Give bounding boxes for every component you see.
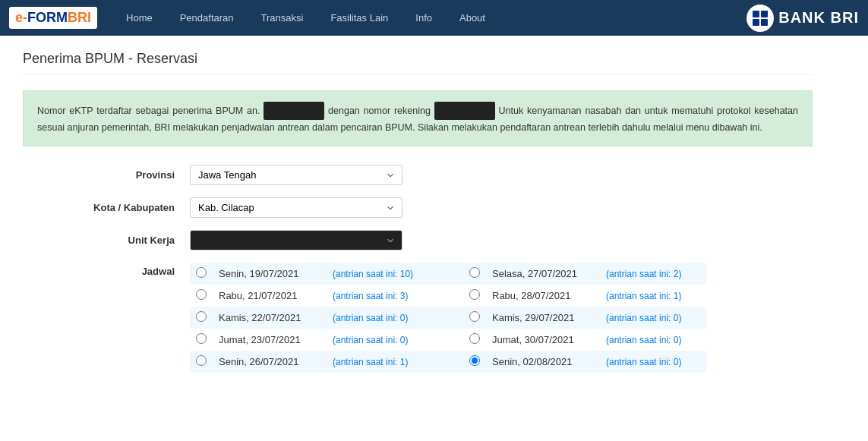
jadwal-date-right-0: Selasa, 27/07/2021 [486, 263, 600, 285]
info-text-middle: dengan nomor rekening [328, 106, 431, 116]
jadwal-queue-left-1: (antrian saat ini: 3) [327, 285, 448, 307]
form-section: Provinsi Jawa Tengah Kota / Kabupaten Ka… [23, 165, 813, 373]
jadwal-radio-right-0[interactable] [469, 267, 480, 278]
navbar: e-FORMBRI Home Pendaftaran Transaksi Fas… [0, 0, 868, 36]
jadwal-row: Jadwal Senin, 19/07/2021(antrian saat in… [38, 263, 797, 373]
nav-info[interactable]: Info [402, 0, 446, 36]
kota-select[interactable]: Kab. Cilacap [190, 197, 402, 218]
jadwal-date-right-2: Kamis, 29/07/2021 [486, 307, 600, 329]
nav-transaksi[interactable]: Transaksi [248, 0, 317, 36]
jadwal-queue-right-1: (antrian saat ini: 1) [600, 285, 706, 307]
page-title: Penerima BPUM - Reservasi [23, 51, 813, 75]
jadwal-radio-right-3[interactable] [469, 333, 480, 344]
bank-logo-area: BANK BRI [746, 5, 859, 32]
main-content: Penerima BPUM - Reservasi Nomor eKTP ter… [0, 36, 835, 388]
jadwal-radio-right-1[interactable] [469, 289, 480, 300]
jadwal-date-left-2: Kamis, 22/07/2021 [213, 307, 327, 329]
svg-rect-2 [753, 19, 759, 26]
nav-fasilitas[interactable]: Fasilitas Lain [317, 0, 402, 36]
jadwal-queue-right-4: (antrian saat ini: 0) [600, 351, 706, 373]
redacted-account [434, 102, 495, 120]
jadwal-date-left-4: Senin, 26/07/2021 [213, 351, 327, 373]
nav-home[interactable]: Home [112, 0, 166, 36]
jadwal-radio-left-3[interactable] [196, 333, 207, 344]
jadwal-date-right-3: Jumat, 30/07/2021 [486, 329, 600, 351]
jadwal-radio-left-2[interactable] [196, 311, 207, 322]
info-box: Nomor eKTP terdaftar sebagai penerima BP… [23, 90, 813, 146]
jadwal-date-left-1: Rabu, 21/07/2021 [213, 285, 327, 307]
provinsi-select[interactable]: Jawa Tengah [190, 165, 402, 185]
bri-icon [746, 5, 774, 32]
provinsi-label: Provinsi [38, 169, 190, 181]
jadwal-queue-left-4: (antrian saat ini: 1) [327, 351, 448, 373]
unit-kerja-select[interactable]: ██████████ [190, 230, 402, 250]
jadwal-queue-left-2: (antrian saat ini: 0) [327, 307, 448, 329]
nav-pendaftaran[interactable]: Pendaftaran [166, 0, 248, 36]
svg-rect-3 [761, 19, 768, 26]
nav-links: Home Pendaftaran Transaksi Fasilitas Lai… [112, 0, 746, 36]
jadwal-date-right-1: Rabu, 28/07/2021 [486, 285, 600, 307]
svg-rect-0 [753, 11, 759, 17]
jadwal-radio-right-4[interactable] [469, 355, 480, 366]
jadwal-table: Senin, 19/07/2021(antrian saat ini: 10)S… [190, 263, 706, 373]
bank-bri-logo: BANK BRI [746, 5, 859, 32]
nav-about[interactable]: About [446, 0, 499, 36]
jadwal-queue-right-0: (antrian saat ini: 2) [600, 263, 706, 285]
jadwal-radio-right-2[interactable] [469, 311, 480, 322]
kota-label: Kota / Kabupaten [38, 202, 190, 213]
svg-rect-1 [761, 11, 768, 17]
unit-kerja-row: Unit Kerja ██████████ [38, 230, 797, 250]
unit-kerja-label: Unit Kerja [38, 235, 190, 246]
jadwal-queue-right-2: (antrian saat ini: 0) [600, 307, 706, 329]
kota-row: Kota / Kabupaten Kab. Cilacap [38, 197, 797, 218]
redacted-name [264, 102, 324, 120]
jadwal-date-right-4: Senin, 02/08/2021 [486, 351, 600, 373]
bank-name: BANK BRI [778, 9, 859, 27]
jadwal-queue-right-3: (antrian saat ini: 0) [600, 329, 706, 351]
jadwal-radio-left-0[interactable] [196, 267, 207, 278]
provinsi-row: Provinsi Jawa Tengah [38, 165, 797, 185]
jadwal-queue-left-0: (antrian saat ini: 10) [327, 263, 448, 285]
jadwal-label: Jadwal [38, 263, 190, 277]
jadwal-date-left-3: Jumat, 23/07/2021 [213, 329, 327, 351]
brand-logo[interactable]: e-FORMBRI [9, 7, 97, 29]
jadwal-radio-left-4[interactable] [196, 355, 207, 366]
jadwal-radio-left-1[interactable] [196, 289, 207, 300]
jadwal-queue-left-3: (antrian saat ini: 0) [327, 329, 448, 351]
jadwal-date-left-0: Senin, 19/07/2021 [213, 263, 327, 285]
info-text-before: Nomor eKTP terdaftar sebagai penerima BP… [37, 106, 260, 116]
